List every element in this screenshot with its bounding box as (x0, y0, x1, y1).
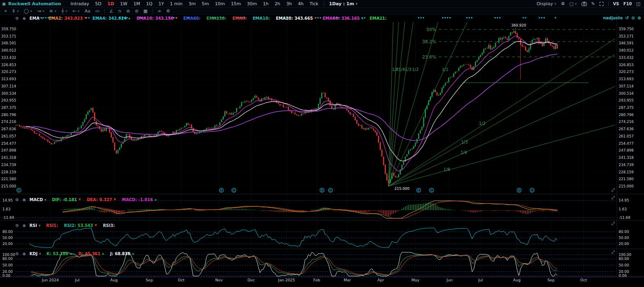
indicator-name-macd[interactable]: MACD∨ (29, 198, 47, 202)
gear-icon[interactable]: ⚙ (15, 252, 19, 256)
chevron-down-icon: ∨ (575, 2, 577, 6)
timeframe-1Q[interactable]: 1Q (143, 1, 155, 6)
vertical-line-tool-icon[interactable]: ⇕∨ (9, 8, 21, 14)
timeframe-5D[interactable]: 5D (92, 1, 104, 6)
svg-text:326.853: 326.853 (1, 63, 16, 67)
timeframe-1min[interactable]: 1 min (167, 1, 186, 6)
timeframe-10m[interactable]: 10m (212, 1, 228, 6)
svg-text:261.057: 261.057 (619, 134, 634, 138)
zoom-in-icon[interactable]: ⊕ (638, 15, 641, 21)
timeframe-1D[interactable]: 1D (104, 1, 117, 6)
timeframe-2h[interactable]: 2h (272, 1, 283, 6)
layout-icon[interactable]: ▢∨ (569, 1, 577, 6)
timeframe-1Y[interactable]: 1Y (155, 1, 167, 6)
timeframe-15m[interactable]: 15m (228, 1, 244, 6)
arrow-down-icon: ▼ (314, 17, 316, 20)
macd-values: DIF:-0.181▼DEA:0.327▼MACD:-1.016▲ (52, 198, 157, 202)
arrow-down-icon: ▼ (175, 17, 177, 20)
channel-tool-icon[interactable]: ≋∨ (47, 8, 59, 14)
trash-tool-icon[interactable]: ▦ (141, 8, 150, 14)
axis-month-label: Sep (547, 278, 555, 282)
close-icon[interactable]: ⊗ (23, 16, 26, 21)
timeframe-3h[interactable]: 3h (283, 1, 295, 6)
timeframe-3m[interactable]: 3m (186, 1, 199, 6)
tool-settings-icon[interactable]: ⚙ (164, 8, 173, 14)
angle-tool-icon[interactable]: ∠ (107, 8, 116, 14)
timeframe-bar: Intraday5D1D1W1M1Q1Y1 min3m5m10m15m30m1h… (68, 1, 322, 6)
move-tool-icon[interactable]: ⌖ (2, 8, 9, 14)
svg-text:1.63: 1.63 (2, 207, 10, 211)
indicator-item: EMA2:343.023▼ (48, 16, 86, 21)
svg-text:261.057: 261.057 (1, 134, 16, 138)
text-tool-icon[interactable]: Aa (82, 8, 93, 14)
svg-text:287.375: 287.375 (619, 106, 634, 110)
crosshair-tool-icon[interactable]: ┼∨ (59, 8, 70, 14)
indicator-item: EMA21: (369, 16, 386, 21)
timeframe-4h[interactable]: 4h (295, 1, 307, 6)
arrow-down-icon: ▼ (84, 17, 86, 20)
magnet-tool-icon[interactable]: ∩ (116, 8, 124, 14)
timeframe-1h[interactable]: 1h (260, 1, 272, 6)
timeframe-1M[interactable]: 1M (130, 1, 143, 6)
fullscreen-icon[interactable] (599, 2, 604, 6)
svg-text:293.955: 293.955 (619, 98, 634, 102)
axis-month-label: Jul (74, 278, 79, 282)
svg-text:241.318: 241.318 (619, 156, 634, 160)
indicator-name-ema[interactable]: EMA∨ (29, 16, 43, 21)
chevron-down-icon: ∨ (30, 9, 33, 13)
close-icon[interactable]: ⊗ (23, 252, 26, 256)
panel-toggle-icon[interactable]: ◫ (636, 1, 640, 6)
chevron-down-icon: ∨ (39, 252, 41, 256)
svg-text:80.00: 80.00 (619, 257, 629, 261)
svg-text:C: C (18, 189, 20, 192)
indicator-item: MACD:-1.016▲ (122, 198, 157, 202)
svg-text:267.636: 267.636 (619, 127, 634, 131)
period-selector[interactable]: 1Day : 1m∨ (329, 1, 358, 6)
screenshot-icon[interactable] (582, 2, 587, 6)
axis-month-label: Jun (446, 278, 453, 282)
undo-icon[interactable]: ↺ (625, 15, 629, 21)
trendline-tool-icon[interactable]: ↝∨ (35, 8, 47, 14)
svg-text:359.750: 359.750 (1, 27, 16, 31)
draw-icon[interactable]: ✎ (591, 1, 595, 6)
vs-button[interactable]: VS (613, 2, 619, 6)
adjust-control: nadjuste ↺ ⊖ ⊕ (603, 15, 641, 21)
timeframe-5m[interactable]: 5m (199, 1, 212, 6)
close-icon[interactable]: ⊗ (23, 223, 26, 228)
arrow-tool-icon[interactable]: ←∨ (70, 8, 82, 14)
svg-text:215.000: 215.000 (619, 184, 634, 188)
link-tool-icon[interactable]: ∞ (155, 8, 164, 14)
timeframe-30m[interactable]: 30m (244, 1, 260, 6)
layers-tool-icon[interactable]: ⊜ (124, 8, 132, 14)
timeframe-Intraday[interactable]: Intraday (68, 1, 92, 6)
svg-text:274.216: 274.216 (1, 120, 16, 124)
gear-icon[interactable]: ⚙ (15, 198, 19, 202)
svg-text:353.171: 353.171 (1, 34, 16, 38)
svg-text:100.00: 100.00 (619, 253, 632, 257)
symbol-title[interactable]: Rockwell Automation (8, 1, 61, 6)
timeframe-Tick[interactable]: Tick (307, 1, 322, 6)
ban-tool-icon[interactable]: ⊘ (132, 8, 141, 14)
gear-icon[interactable]: ⚙ (15, 16, 19, 21)
shape-tool-icon[interactable]: ◯∨ (21, 8, 35, 14)
app-icon[interactable]: ▣ (2, 2, 6, 6)
price-chart[interactable]: 1/81/41/31/21/11/21/31/41/850%38.2%23.6%… (0, 0, 644, 287)
svg-text:1/3: 1/3 (461, 140, 468, 144)
timeframe-1W[interactable]: 1W (117, 1, 130, 6)
f10-button[interactable]: F10 (623, 2, 632, 6)
indicator-name-kdj[interactable]: KDJ∨ (29, 252, 41, 256)
ema-legend: ⚙ ⊗ EMA∨ EMA2:343.023▼EMA4:342.624▲EMA10… (15, 15, 387, 21)
zoom-out-icon[interactable]: ⊖ (632, 15, 635, 21)
comment-tool-icon[interactable]: ▭ (93, 8, 101, 14)
svg-text:-11.69: -11.69 (619, 216, 630, 220)
gear-icon[interactable]: ⚙ (15, 223, 19, 228)
indicator-name-rsi[interactable]: RSI∨ (29, 223, 41, 228)
svg-text:1/2: 1/2 (479, 121, 485, 126)
chart-settings-icon[interactable]: ⚙ (561, 1, 565, 6)
display-menu[interactable]: Display∨ (537, 1, 556, 6)
adjust-label[interactable]: nadjuste (603, 16, 623, 20)
svg-text:1.63: 1.63 (619, 207, 627, 211)
svg-text:20.00: 20.00 (619, 270, 629, 274)
close-icon[interactable]: ⊗ (23, 198, 26, 202)
svg-text:80.00: 80.00 (2, 230, 13, 234)
